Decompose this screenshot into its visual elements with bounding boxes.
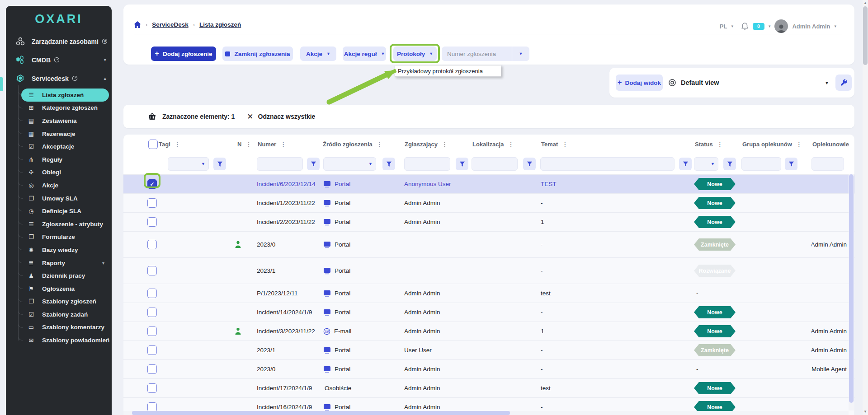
row-checkbox[interactable] (147, 383, 157, 393)
table-row[interactable]: 2023/0PortalAdmin Admin--Mobile Agent (123, 360, 854, 379)
row-checkbox[interactable] (147, 402, 157, 412)
filter-input-zglaszajacy[interactable] (404, 157, 450, 171)
row-checkbox[interactable] (147, 345, 157, 355)
sidebar-item-raporty[interactable]: ≣Raporty▾ (21, 256, 109, 270)
actions-dropdown-button[interactable]: Akcje ▼ (300, 47, 336, 61)
filter-select-status[interactable]: ▼ (694, 157, 718, 171)
sidebar-item-bazy-wiedzy[interactable]: ✺Bazy wiedzy (21, 243, 109, 256)
table-row[interactable]: P/1/2023/12/11PortalAdmin Admintest- (123, 284, 854, 303)
table-row[interactable]: Incident/14/2024/1/9PortalAdmin Admin-No… (123, 303, 854, 322)
sidebar-section-cmdb[interactable]: CMDB ▾ (6, 51, 112, 69)
scroll-up-icon[interactable]: ▲ (863, 1, 868, 5)
table-row[interactable]: Incident/2/2023/11/22PortalAdmin Admin1N… (123, 213, 854, 232)
user-name[interactable]: Admin Admin (792, 23, 830, 30)
cell-numer[interactable]: Incident/2/2023/11/22 (257, 219, 322, 225)
page-scrollbar-thumb[interactable] (863, 6, 868, 65)
cell-numer[interactable]: Incident/17/2024/1/9 (257, 385, 322, 392)
language-selector[interactable]: PL (720, 23, 727, 30)
cell-numer[interactable]: Incident/14/2024/1/9 (257, 309, 322, 316)
column-menu-icon[interactable]: ⋮ (442, 141, 448, 148)
filter-input-lokalizacja[interactable] (472, 157, 518, 171)
home-icon[interactable] (134, 21, 141, 28)
cell-numer[interactable]: Incident/6/2023/12/14 (257, 181, 322, 187)
sidebar-item-formularze[interactable]: ❐Formularze (21, 231, 109, 244)
cell-numer[interactable]: 2023/0 (257, 366, 322, 373)
row-checkbox[interactable] (147, 198, 157, 208)
sidebar-item-umowy-sla[interactable]: ❐Umowy SLA (21, 192, 109, 205)
filter-funnel-button[interactable] (723, 158, 736, 170)
column-menu-icon[interactable]: ⋮ (717, 141, 723, 148)
filter-input-grupa-opiekunow[interactable] (741, 157, 781, 171)
row-checkbox[interactable] (147, 240, 157, 249)
select-all-checkbox[interactable] (148, 140, 158, 149)
filter-funnel-button[interactable] (213, 158, 226, 170)
breadcrumb-link-lista-zgloszen[interactable]: Lista zgłoszeń (199, 21, 241, 28)
table-row[interactable]: Incident/1/2023/11/22PortalAdmin Admin-N… (123, 194, 854, 213)
table-horizontal-scrollbar-thumb[interactable] (132, 411, 510, 415)
filter-input-opiekunowie[interactable] (811, 157, 844, 171)
view-select[interactable]: Default view ▼ (667, 75, 833, 91)
cell-numer[interactable]: Incident/3/2023/11/22 (257, 328, 322, 335)
column-menu-icon[interactable]: ⋮ (508, 141, 514, 148)
row-checkbox[interactable] (147, 289, 157, 298)
row-checkbox[interactable] (147, 308, 157, 317)
table-row[interactable]: 2023/1Portal-Rozwiązane (123, 258, 854, 284)
sidebar-item-rezerwacje[interactable]: ▦Rezerwacje (21, 127, 109, 140)
view-settings-button[interactable] (835, 75, 852, 91)
filter-funnel-button[interactable] (785, 158, 797, 170)
sidebar-item-szablony-zadan[interactable]: ☑Szablony zadań (21, 308, 109, 321)
sidebar-item-dziennik-pracy[interactable]: ♟Dziennik pracy (21, 269, 109, 282)
filter-funnel-button[interactable] (456, 158, 468, 170)
breadcrumb-link-servicedesk[interactable]: ServiceDesk (152, 21, 188, 28)
column-menu-icon[interactable]: ⋮ (175, 141, 180, 148)
sidebar-section-assets[interactable]: Zarządzanie zasobami ▾ (6, 32, 112, 51)
avatar[interactable] (774, 19, 788, 33)
table-row[interactable]: 2023/0Portal-ZamknięteAdmin Admin (123, 232, 854, 258)
cell-numer[interactable]: Incident/16/2024/1/9 (257, 404, 322, 410)
page-scrollbar[interactable]: ▲ ▼ (863, 0, 868, 415)
filter-funnel-button[interactable] (307, 158, 320, 170)
filter-input-temat[interactable] (540, 157, 675, 171)
filter-funnel-button[interactable] (382, 158, 395, 170)
sidebar-item-akcje[interactable]: ◎Akcje (21, 179, 109, 192)
filter-select-tagi[interactable]: ▼ (168, 157, 209, 171)
sidebar-item-definicje-sla[interactable]: ◷Definicje SLA (21, 205, 109, 218)
bell-icon[interactable] (741, 22, 749, 30)
sidebar-item-reguly[interactable]: ⋔Reguły (21, 153, 109, 166)
cell-numer[interactable]: 2023/0 (257, 241, 322, 248)
sidebar-item-zgloszenie-atrybuty[interactable]: ☰Zgłoszenie - atrybuty (21, 218, 109, 231)
sidebar-section-servicedesk[interactable]: Servicedesk ▴ (6, 69, 112, 88)
table-row[interactable]: Incident/3/2023/11/22@E-mailAdmin Admin1… (123, 322, 854, 341)
search-options-button[interactable]: ▼ (512, 47, 529, 61)
sidebar-item-lista-zgloszen[interactable]: ☰Lista zgłoszeń (21, 89, 109, 102)
sidebar-item-kategorie-zgloszen[interactable]: ⊞Kategorie zgłoszeń (21, 102, 109, 115)
add-view-button[interactable]: + Dodaj widok (616, 75, 663, 91)
deselect-all-button[interactable]: Odznacz wszystkie (258, 113, 316, 120)
add-ticket-button[interactable]: + Dodaj zgłoszenie (151, 47, 216, 61)
protocols-dropdown-item[interactable]: Przykładowy protokół zgłoszenia (395, 68, 483, 75)
chevron-down-icon[interactable]: ▾ (834, 24, 836, 28)
cell-numer[interactable]: P/1/2023/12/11 (257, 290, 322, 297)
sidebar-item-szablony-powiadomien[interactable]: ✉Szablony powiadomień (21, 334, 109, 347)
sidebar-item-szablony-zgloszen[interactable]: ❐Szablony zgłoszeń (21, 295, 109, 308)
column-menu-icon[interactable]: ⋮ (245, 141, 251, 148)
sidebar-item-zestawienia[interactable]: ▤Zestawienia (21, 114, 109, 127)
cell-numer[interactable]: 2023/1 (257, 347, 322, 354)
sidebar-item-obiegi[interactable]: ✣Obiegi (21, 166, 109, 179)
row-checkbox[interactable]: ✓ (147, 179, 157, 189)
scroll-down-icon[interactable]: ▼ (863, 410, 868, 414)
close-icon[interactable]: ✕ (247, 112, 253, 121)
column-menu-icon[interactable]: ⋮ (796, 141, 802, 148)
row-checkbox[interactable] (147, 266, 157, 275)
table-row[interactable]: 2023/1PortalUser User-ZamknięteAdmin Adm… (123, 341, 854, 360)
cell-numer[interactable]: 2023/1 (257, 267, 322, 274)
rule-actions-dropdown-button[interactable]: Akcje reguł ▼ (343, 47, 386, 61)
filter-select-zrodlo-zgloszenia[interactable]: ▼ (323, 157, 376, 171)
column-menu-icon[interactable]: ⋮ (562, 141, 568, 148)
column-menu-icon[interactable]: ⋮ (377, 141, 382, 148)
row-checkbox[interactable] (147, 364, 157, 374)
sidebar-item-szablony-komentarzy[interactable]: ▭Szablony komentarzy (21, 321, 109, 334)
column-menu-icon[interactable]: ⋮ (280, 141, 286, 148)
row-checkbox[interactable] (147, 326, 157, 336)
chevron-down-icon[interactable]: ▾ (769, 24, 771, 28)
